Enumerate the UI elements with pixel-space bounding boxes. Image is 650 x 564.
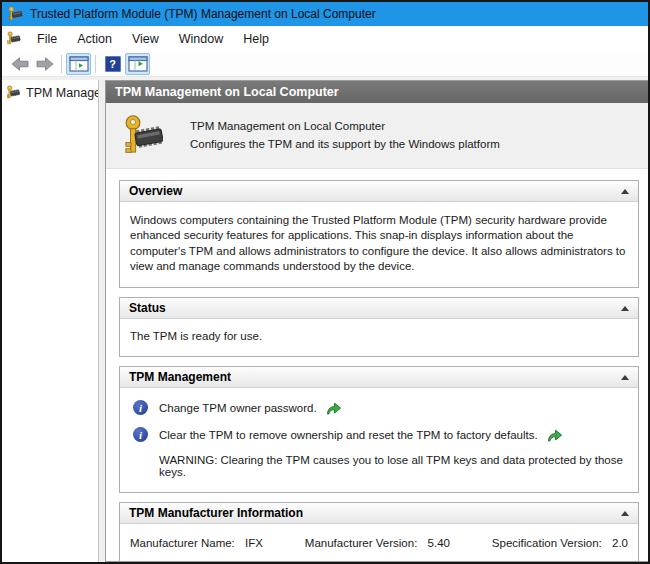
info-icon: i — [133, 427, 148, 442]
specification-version-field: Specification Version: 2.0 — [492, 537, 628, 549]
toolbar-separator — [95, 55, 96, 73]
collapse-arrow-icon[interactable] — [621, 306, 629, 311]
key-chip-icon — [123, 113, 163, 159]
action-pane-icon — [128, 56, 148, 72]
menu-window[interactable]: Window — [169, 29, 233, 49]
result-pane-header: TPM Management on Local Computer — [106, 81, 648, 103]
menu-bar: File Action View Window Help — [2, 26, 648, 51]
change-owner-password-row: i Change TPM owner password. — [133, 400, 626, 415]
tpm-management-window: Trusted Platform Module (TPM) Management… — [0, 0, 650, 564]
toolbar-separator — [61, 55, 62, 73]
change-owner-password-link[interactable]: Change TPM owner password. — [159, 402, 317, 414]
menu-view[interactable]: View — [122, 29, 169, 49]
manufacturer-info-row: Manufacturer Name: IFX Manufacturer Vers… — [120, 524, 638, 561]
section-manufacturer-info-title: TPM Manufacturer Information — [129, 506, 303, 520]
section-overview-header[interactable]: Overview — [120, 181, 638, 202]
section-overview: Overview Windows computers containing th… — [119, 180, 639, 288]
key-chip-icon — [6, 31, 21, 46]
manufacturer-name-label: Manufacturer Name: — [130, 537, 235, 549]
jump-arrow-icon[interactable] — [547, 428, 563, 442]
manufacturer-name-value: IFX — [245, 537, 263, 549]
console-tree-pane: TPM Manage — [2, 80, 99, 562]
tree-item-label: TPM Manage — [26, 86, 98, 100]
section-tpm-management-header[interactable]: TPM Management — [120, 367, 638, 388]
clear-tpm-row: i Clear the TPM to remove ownership and … — [133, 427, 626, 442]
console-content: TPM Manage TPM Management on Local Compu… — [2, 77, 648, 562]
jump-arrow-icon[interactable] — [326, 401, 342, 415]
section-status-title: Status — [129, 301, 166, 315]
title-bar: Trusted Platform Module (TPM) Management… — [2, 2, 648, 26]
tpm-status-text: The TPM is ready for use. — [120, 319, 638, 356]
specification-version-value: 2.0 — [612, 537, 628, 549]
console-tree-icon — [69, 56, 89, 72]
specification-version-label: Specification Version: — [492, 537, 602, 549]
manufacturer-version-label: Manufacturer Version: — [305, 537, 418, 549]
banner-text: TPM Management on Local Computer Configu… — [190, 118, 500, 153]
menu-file[interactable]: File — [27, 29, 67, 49]
show-hide-action-pane-button[interactable] — [125, 53, 150, 75]
collapse-arrow-icon[interactable] — [621, 511, 629, 516]
section-tpm-management: TPM Management i Change TPM owner passwo… — [119, 366, 639, 493]
banner-title: TPM Management on Local Computer — [190, 118, 500, 135]
manufacturer-version-field: Manufacturer Version: 5.40 — [305, 537, 450, 549]
clear-tpm-link[interactable]: Clear the TPM to remove ownership and re… — [159, 429, 538, 441]
sections-container: Overview Windows computers containing th… — [106, 169, 648, 561]
help-icon: ? — [105, 56, 121, 72]
menu-action[interactable]: Action — [67, 29, 122, 49]
forward-button[interactable] — [32, 53, 57, 75]
key-chip-icon — [7, 6, 23, 22]
forward-arrow-icon — [36, 57, 54, 71]
section-tpm-management-title: TPM Management — [129, 370, 231, 384]
collapse-arrow-icon[interactable] — [621, 375, 629, 380]
banner-subtitle: Configures the TPM and its support by th… — [190, 136, 500, 153]
key-chip-icon — [5, 85, 21, 100]
clear-tpm-warning: WARNING: Clearing the TPM causes you to … — [159, 454, 626, 478]
manufacturer-name-field: Manufacturer Name: IFX — [130, 537, 263, 549]
toolbar: ? — [2, 51, 648, 77]
manufacturer-version-value: 5.40 — [428, 537, 450, 549]
menu-help[interactable]: Help — [233, 29, 279, 49]
section-status: Status The TPM is ready for use. — [119, 297, 639, 357]
section-tpm-management-body: i Change TPM owner password. i Clear the… — [120, 388, 638, 492]
back-button[interactable] — [7, 53, 32, 75]
result-pane-title: TPM Management on Local Computer — [115, 85, 339, 99]
window-title: Trusted Platform Module (TPM) Management… — [30, 7, 376, 21]
show-hide-console-tree-button[interactable] — [66, 53, 91, 75]
collapse-arrow-icon[interactable] — [621, 189, 629, 194]
section-overview-title: Overview — [129, 184, 182, 198]
info-icon: i — [133, 400, 148, 415]
result-pane: TPM Management on Local Computer TPM Man… — [105, 80, 648, 562]
help-button[interactable]: ? — [100, 53, 125, 75]
section-overview-body: Windows computers containing the Trusted… — [120, 202, 638, 287]
section-manufacturer-info-header[interactable]: TPM Manufacturer Information — [120, 503, 638, 524]
section-status-header[interactable]: Status — [120, 298, 638, 319]
tree-item-tpm-management[interactable]: TPM Manage — [2, 80, 98, 104]
back-arrow-icon — [11, 57, 29, 71]
tpm-banner: TPM Management on Local Computer Configu… — [106, 103, 648, 169]
section-manufacturer-info: TPM Manufacturer Information Manufacture… — [119, 502, 639, 561]
